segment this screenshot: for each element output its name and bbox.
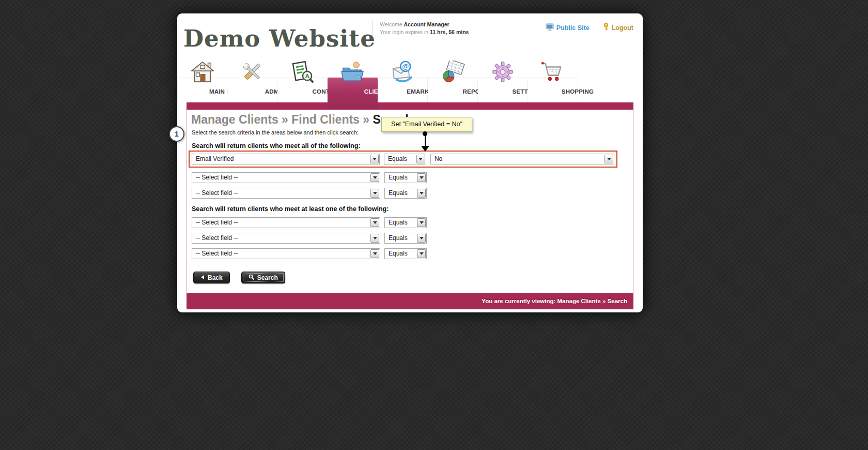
tab-settings[interactable]: SETTINGS <box>478 78 528 102</box>
callout-stem <box>425 135 426 146</box>
dropdown-arrow-icon[interactable] <box>370 249 379 258</box>
highlighted-criteria-row: Email Verified Equals No <box>189 151 617 168</box>
tab-label: CLIENTS <box>352 88 402 95</box>
field-select-value: -- Select field -- <box>196 250 238 257</box>
svg-text:A: A <box>305 73 309 79</box>
dropdown-arrow-icon[interactable] <box>370 173 379 182</box>
field-select[interactable]: -- Select field -- <box>192 172 380 183</box>
value-select[interactable]: No <box>430 154 614 164</box>
dropdown-arrow-icon[interactable] <box>417 249 426 258</box>
operator-select[interactable]: Equals <box>384 233 427 244</box>
header-links: Public Site Logout <box>546 23 633 33</box>
operator-select-value: Equals <box>389 234 408 242</box>
welcome-label: Welcome <box>380 21 402 27</box>
annotation-tooltip: Set "Email Verified = No" <box>381 117 472 132</box>
step-number-badge: 1 <box>169 126 184 142</box>
expires-label: Your login expires in <box>380 29 428 35</box>
tools-icon <box>240 61 265 84</box>
home-icon <box>190 61 215 84</box>
value-select-value: No <box>435 155 442 162</box>
dropdown-arrow-icon[interactable] <box>370 155 379 163</box>
criteria-row: -- Select field -- Equals <box>192 233 633 244</box>
back-button-label: Back <box>208 274 223 281</box>
form-buttons: Back Search <box>193 272 633 283</box>
operator-select[interactable]: Equals <box>384 248 427 259</box>
operator-select-value: Equals <box>388 155 407 162</box>
key-icon <box>603 23 609 33</box>
back-arrow-icon <box>200 274 205 281</box>
breadcrumb-trail: Manage Clients » Find Clients » <box>191 113 369 126</box>
public-site-label: Public Site <box>556 24 590 32</box>
public-site-link[interactable]: Public Site <box>546 23 590 32</box>
welcome-block: Welcome Account Manager Your login expir… <box>372 21 469 36</box>
tab-content[interactable]: A CONTENT <box>277 78 328 102</box>
main-nav: MAIN MENU ADMINS A CONTENT CLIENTS @ EMA… <box>177 78 578 102</box>
dropdown-arrow-icon[interactable] <box>417 173 426 182</box>
criteria-row: -- Select field -- Equals <box>192 248 633 259</box>
page-content: Manage Clients » Find Clients » Search S… <box>187 110 633 293</box>
back-button[interactable]: Back <box>193 272 230 283</box>
criteria-row: -- Select field -- Equals <box>192 217 633 228</box>
dropdown-arrow-icon[interactable] <box>370 218 379 227</box>
site-logo: Demo Website <box>183 25 376 52</box>
operator-select-value: Equals <box>389 219 408 226</box>
criteria-row: -- Select field -- Equals <box>192 188 633 199</box>
clients-folder-icon <box>340 61 365 84</box>
pie-report-icon <box>440 61 465 84</box>
admin-window: Demo Website Welcome Account Manager You… <box>177 13 643 312</box>
section-heading-all: Search will return clients who meet all … <box>192 142 633 149</box>
expires-value: 11 hrs, 56 mins <box>430 29 469 35</box>
operator-select[interactable]: Equals <box>384 154 426 164</box>
tab-admins[interactable]: ADMINS <box>227 78 277 102</box>
field-select-value: -- Select field -- <box>196 234 238 242</box>
field-select-value: -- Select field -- <box>196 189 238 197</box>
nav-accent-bar <box>187 102 633 110</box>
tab-clients[interactable]: CLIENTS <box>328 78 378 110</box>
dropdown-arrow-icon[interactable] <box>417 234 426 243</box>
callout-arrow-icon <box>421 146 429 152</box>
operator-select[interactable]: Equals <box>384 217 427 228</box>
dropdown-arrow-icon[interactable] <box>370 234 379 243</box>
tab-reports[interactable]: REPORTS <box>428 78 478 102</box>
field-select[interactable]: -- Select field -- <box>192 217 380 228</box>
section-heading-any: Search will return clients who meet at l… <box>192 205 633 213</box>
field-select[interactable]: -- Select field -- <box>192 188 380 199</box>
account-name: Account Manager <box>404 21 450 27</box>
operator-select-value: Equals <box>389 250 408 257</box>
field-select-value: -- Select field -- <box>196 174 238 181</box>
logout-label: Logout <box>612 24 633 32</box>
document-search-icon: A <box>290 61 315 84</box>
field-select[interactable]: -- Select field -- <box>192 248 380 259</box>
field-select[interactable]: Email Verified <box>192 154 380 164</box>
tab-label: SHOPPING <box>553 88 602 95</box>
dropdown-arrow-icon[interactable] <box>605 155 613 163</box>
search-button-label: Search <box>257 274 278 281</box>
monitor-icon <box>546 23 554 32</box>
dropdown-arrow-icon[interactable] <box>416 155 425 163</box>
operator-select-value: Equals <box>389 174 408 181</box>
operator-select[interactable]: Equals <box>384 172 427 183</box>
dropdown-arrow-icon[interactable] <box>417 218 426 227</box>
cart-icon <box>540 61 565 84</box>
operator-select-value: Equals <box>389 189 408 197</box>
search-button[interactable]: Search <box>241 272 285 283</box>
field-select[interactable]: -- Select field -- <box>192 233 380 244</box>
operator-select[interactable]: Equals <box>384 188 427 199</box>
tab-shopping[interactable]: SHOPPING <box>528 78 578 102</box>
svg-text:@: @ <box>402 63 409 70</box>
dropdown-arrow-icon[interactable] <box>417 189 426 198</box>
tab-main-menu[interactable]: MAIN MENU <box>177 78 227 102</box>
dropdown-arrow-icon[interactable] <box>370 189 379 198</box>
logout-link[interactable]: Logout <box>603 23 633 33</box>
gear-icon <box>490 61 515 84</box>
status-bar: You are currently viewing: Manage Client… <box>187 293 633 309</box>
criteria-row: -- Select field -- Equals <box>192 172 633 183</box>
email-icon: @ <box>390 61 415 84</box>
search-icon <box>249 274 254 281</box>
field-select-value: Email Verified <box>196 155 234 162</box>
field-select-value: -- Select field -- <box>196 219 238 226</box>
